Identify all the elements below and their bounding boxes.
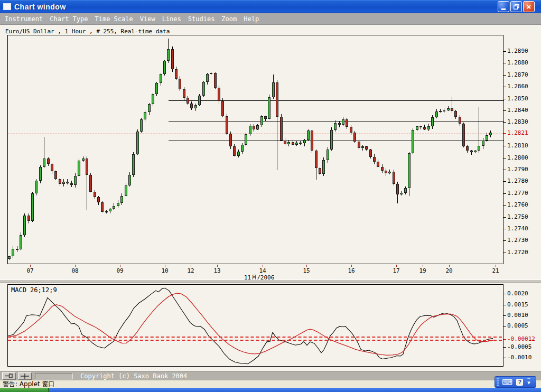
price-tick: [503, 181, 506, 182]
day-label: 21: [485, 267, 506, 274]
current-price-line: [8, 134, 503, 134]
candle: [86, 158, 88, 175]
menu-item-view[interactable]: View: [140, 15, 155, 23]
macd-label: 0.0010: [507, 312, 528, 319]
day-tick: [306, 265, 307, 267]
restore-button[interactable]: [510, 1, 522, 12]
langbar-options-icon[interactable]: ▔ ▼: [527, 379, 530, 385]
candle: [47, 158, 50, 164]
minimize-button[interactable]: [498, 1, 509, 12]
candle: [23, 216, 26, 235]
candle: [459, 117, 461, 124]
price-label: 1.2760: [507, 201, 528, 208]
price-label: 1.2790: [507, 166, 528, 173]
candle: [39, 167, 42, 181]
dock-button[interactable]: [2, 372, 16, 380]
day-label: 07: [20, 267, 41, 274]
keyboard-icon[interactable]: ⌨: [502, 378, 512, 386]
macd-plot[interactable]: MACD 26;12;9: [7, 284, 503, 367]
chevron-down-icon: ▼: [527, 382, 530, 385]
macd-current-value-line: [8, 340, 502, 341]
candle: [179, 79, 181, 89]
crosshair-button[interactable]: [18, 372, 32, 380]
candle: [365, 146, 368, 150]
candle: [443, 110, 445, 111]
price-tick: [503, 51, 506, 52]
chart-header: Euro/US Dollar , 1 Hour , # 255, Real-ti…: [5, 28, 170, 35]
menu-item-time-scale[interactable]: Time Scale: [95, 15, 133, 23]
candle: [307, 130, 310, 140]
day-tick: [120, 265, 120, 267]
day-label: 17: [386, 267, 407, 274]
macd-tick: [503, 339, 506, 340]
candle: [264, 116, 267, 119]
candle: [342, 119, 344, 125]
day-label: 08: [64, 267, 86, 274]
day-label: 09: [109, 267, 130, 274]
candle: [144, 112, 146, 119]
candle: [423, 127, 426, 129]
menu-item-help[interactable]: Help: [244, 15, 259, 23]
start-button-fragment[interactable]: [0, 388, 49, 392]
current-price-label: 1.2821: [507, 129, 528, 136]
candle: [8, 256, 11, 259]
candle: [210, 73, 212, 74]
candle: [350, 127, 352, 133]
candle: [237, 152, 240, 156]
candle: [338, 123, 341, 125]
candle: [315, 151, 318, 168]
candle: [16, 249, 18, 250]
candle: [163, 61, 166, 74]
macd-tick: [503, 305, 506, 305]
menu-item-instrument[interactable]: Instrument: [5, 15, 43, 23]
price-tick: [503, 205, 506, 206]
candle: [78, 161, 80, 176]
candle: [470, 151, 473, 152]
candle: [431, 117, 434, 126]
help-icon[interactable]: ?: [516, 379, 523, 386]
candle: [486, 135, 488, 141]
candle: [43, 158, 45, 167]
candle: [62, 182, 65, 184]
price-tick: [503, 110, 506, 111]
candle: [35, 181, 38, 194]
day-tick: [496, 265, 496, 267]
day-label: 19: [412, 267, 433, 274]
candle: [152, 94, 154, 104]
trendline[interactable]: [169, 141, 504, 141]
candle: [221, 101, 224, 116]
candle: [186, 98, 189, 103]
candle: [20, 235, 22, 249]
restore-icon: [514, 4, 519, 10]
taskbar-sliver[interactable]: [0, 388, 541, 392]
menu-item-chart-type[interactable]: Chart Type: [50, 15, 88, 23]
candle: [466, 146, 469, 151]
language-bar[interactable]: ⌨ ? ▔ ▼: [495, 376, 536, 388]
candle: [369, 150, 372, 157]
candle: [59, 179, 61, 184]
drag-grip-icon[interactable]: [497, 378, 499, 386]
menu-item-studies[interactable]: Studies: [188, 15, 215, 23]
candle: [373, 157, 376, 162]
trendline[interactable]: [169, 122, 504, 122]
panel-splitter[interactable]: [0, 279, 541, 283]
toolbar-slot[interactable]: [35, 373, 73, 379]
signal-line: [8, 293, 493, 355]
price-label: 1.2730: [507, 237, 528, 244]
price-chart-plot[interactable]: [7, 35, 503, 264]
menu-item-lines[interactable]: Lines: [162, 15, 181, 23]
candle: [27, 216, 30, 221]
macd-tick: [503, 294, 506, 294]
candle: [311, 130, 313, 150]
candle: [167, 49, 170, 61]
candle: [132, 154, 135, 174]
price-tick: [503, 146, 506, 146]
candle: [128, 175, 131, 185]
candle: [454, 111, 457, 116]
close-button[interactable]: ×: [523, 1, 535, 12]
macd-label: 0.0005: [507, 322, 528, 329]
menu-item-zoom[interactable]: Zoom: [221, 15, 237, 23]
title-bar[interactable]: Chart window ×: [0, 0, 541, 13]
price-tick: [503, 99, 506, 99]
minimize-icon: [501, 8, 506, 10]
